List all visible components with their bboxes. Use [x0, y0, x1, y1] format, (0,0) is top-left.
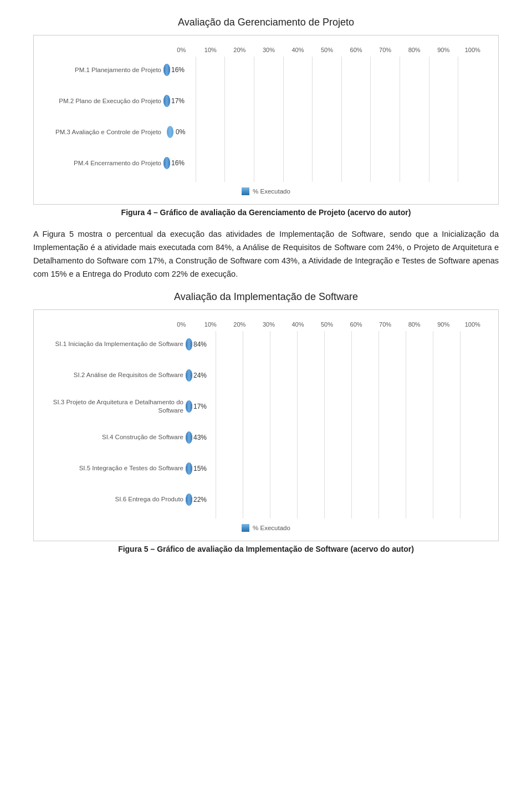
- page: Avaliação da Gerenciamento de Projeto 0%…: [0, 0, 532, 587]
- legend-box: [242, 524, 249, 532]
- chart2-grid: [189, 331, 487, 518]
- bar-value: 43%: [193, 434, 207, 441]
- chart2-caption: Figura 5 – Gráfico de avaliação da Imple…: [33, 545, 499, 553]
- table-row: SI.5 Integração e Testes do Software 15%: [189, 461, 487, 476]
- bar-value: 24%: [193, 372, 207, 379]
- bar-container: 17%: [189, 399, 207, 414]
- legend-label: % Executado: [253, 525, 290, 531]
- chart1-caption: Figura 4 – Gráfico de avaliação da Geren…: [33, 208, 499, 217]
- bar-label: PM.1 Planejamento de Projeto: [45, 66, 161, 74]
- bar-label: PM.4 Encerramento do Projeto: [45, 159, 161, 167]
- table-row: SI.4 Construção de Software 43%: [189, 430, 487, 445]
- bar-value: 22%: [193, 496, 207, 504]
- bar-container: 16%: [167, 62, 185, 78]
- chart2-x-axis: 0% 10% 20% 30% 40% 50% 60% 70% 80% 90% 1…: [167, 321, 487, 328]
- bar-label: SI.5 Integração e Testes do Software: [45, 464, 183, 472]
- bar-label: SI.6 Entrega do Produto: [45, 495, 183, 504]
- table-row: SI.6 Entrega do Produto 22%: [189, 492, 487, 507]
- table-row: PM.4 Encerramento do Projeto 16%: [167, 155, 487, 171]
- chart2-bars-container: SI.1 Iniciação da Implementação de Softw…: [189, 331, 487, 518]
- bar-zero: [167, 126, 173, 138]
- bar-value: 17%: [193, 403, 207, 410]
- paragraph: A Figura 5 mostra o percentual da execuç…: [33, 228, 499, 281]
- chart1-title: Avaliação da Gerenciamento de Projeto: [33, 17, 499, 28]
- chart1-bars-container: PM.1 Planejamento de Projeto 16% PM.2 Pl…: [167, 57, 487, 182]
- chart2-title: Avaliação da Implementação de Software: [33, 291, 499, 303]
- bar-value: 16%: [171, 159, 185, 167]
- bar-label: PM.2 Plano de Execução do Projeto: [45, 97, 161, 105]
- bar-container: 43%: [189, 430, 207, 445]
- table-row: PM.3 Avaliação e Controle de Projeto 0%: [167, 124, 487, 140]
- bar-label: SI.3 Projeto de Arquitetura e Detalhamen…: [45, 398, 183, 415]
- chart2-section: Avaliação da Implementação de Software 0…: [33, 291, 499, 553]
- bar-value: 16%: [171, 66, 185, 74]
- chart1-x-axis: 0% 10% 20% 30% 40% 50% 60% 70% 80% 90% 1…: [167, 47, 487, 53]
- bar-value: 15%: [193, 465, 207, 472]
- bar-value: 0%: [176, 128, 185, 136]
- bar-label: PM.3 Avaliação e Controle de Projeto: [45, 128, 161, 136]
- table-row: PM.2 Plano de Execução do Projeto 17%: [167, 93, 487, 109]
- chart2-wrapper: 0% 10% 20% 30% 40% 50% 60% 70% 80% 90% 1…: [33, 309, 499, 541]
- bar-container: 16%: [167, 155, 185, 171]
- bar-container: 17%: [167, 93, 185, 109]
- bar-label: SI.4 Construção de Software: [45, 433, 183, 441]
- chart2-legend: % Executado: [45, 524, 487, 532]
- table-row: SI.1 Iniciação da Implementação de Softw…: [189, 337, 487, 352]
- legend-label: % Executado: [253, 188, 290, 195]
- bar-label: SI.1 Iniciação da Implementação de Softw…: [45, 340, 183, 348]
- bar-label: SI.2 Análise de Requisitos de Software: [45, 371, 183, 379]
- bar-container: 24%: [189, 368, 207, 383]
- bar-value: 17%: [171, 97, 185, 105]
- legend-box: [242, 187, 249, 195]
- table-row: SI.2 Análise de Requisitos de Software 2…: [189, 368, 487, 383]
- bar-container: 15%: [189, 461, 207, 476]
- table-row: PM.1 Planejamento de Projeto 16%: [167, 62, 487, 78]
- chart1-section: Avaliação da Gerenciamento de Projeto 0%…: [33, 17, 499, 217]
- chart1-wrapper: 0% 10% 20% 30% 40% 50% 60% 70% 80% 90% 1…: [33, 35, 499, 205]
- chart1-legend: % Executado: [45, 187, 487, 195]
- bar-container: 22%: [189, 492, 207, 507]
- bar-container: 0%: [167, 124, 185, 140]
- table-row: SI.3 Projeto de Arquitetura e Detalhamen…: [189, 399, 487, 414]
- bar-value: 84%: [193, 340, 207, 348]
- bar-container: 84%: [189, 337, 207, 352]
